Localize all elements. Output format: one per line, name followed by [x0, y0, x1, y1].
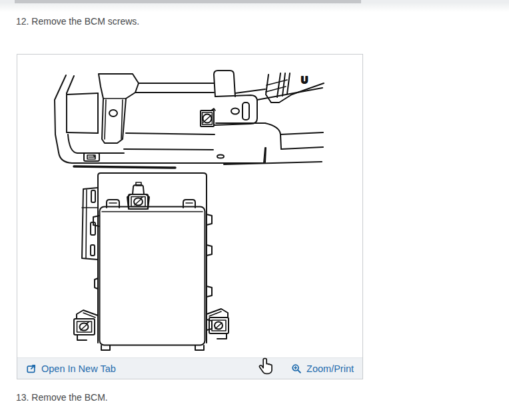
magnifier-plus-icon [291, 363, 302, 374]
bcm-diagram: U [17, 55, 362, 357]
bcm-module-drawing [74, 173, 229, 350]
base-clip [84, 153, 99, 161]
bcm-bottom-left-screw [74, 310, 98, 340]
bcm-line-drawing: U [17, 55, 362, 357]
open-in-new-tab-link[interactable]: Open In New Tab [26, 363, 116, 374]
crossbar-assembly-drawing: U [55, 71, 324, 168]
diagram-callout-u: U [301, 75, 308, 85]
zoom-print-link[interactable]: Zoom/Print [291, 363, 354, 374]
step-13-text: 13. Remove the BCM. [16, 392, 108, 403]
step-12-text: 12. Remove the BCM screws. [16, 16, 139, 27]
bcm-bottom-right-screw [207, 309, 229, 339]
open-in-new-tab-label: Open In New Tab [41, 363, 116, 374]
bcm-top-screw [127, 182, 149, 209]
top-shadow [0, 3, 509, 12]
figure-frame: U [17, 54, 363, 379]
figure-toolbar: Open In New Tab Zoom/Print [17, 357, 362, 379]
zoom-print-label: Zoom/Print [306, 363, 354, 374]
bcm-bracket-screw [201, 108, 215, 126]
open-in-new-tab-icon [26, 363, 37, 374]
